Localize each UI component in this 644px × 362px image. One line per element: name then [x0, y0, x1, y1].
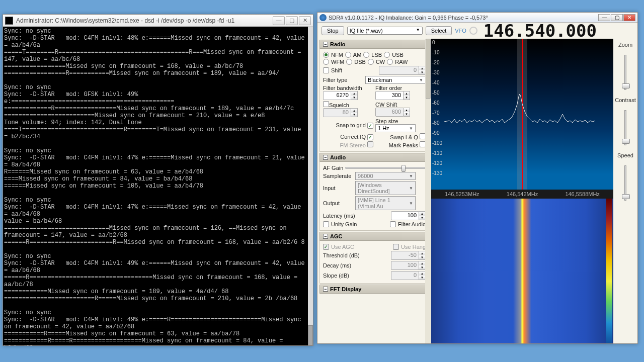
slope-input[interactable]: 0▲▼ — [391, 271, 426, 280]
waterfall-palette — [606, 199, 612, 343]
frequency-display[interactable]: 146.540.000 — [484, 21, 597, 41]
waterfall-display[interactable] — [431, 199, 613, 343]
latency-input[interactable]: 100▲▼ — [391, 211, 426, 220]
mode-row-2: WFM DSB CW RAW — [323, 59, 426, 65]
af-gain-slider[interactable] — [345, 167, 426, 169]
cmd-titlebar[interactable]: Administrator: C:\Windows\system32\cmd.e… — [3, 15, 313, 27]
cmd-icon — [5, 17, 13, 25]
control-panel: −Radio NFM AM LSB USB WFM DSB CW RAW — [317, 39, 431, 343]
use-hang-check — [393, 244, 399, 250]
input-select: [Windows DirectSound]▼ — [355, 181, 416, 195]
panel-scroll-thumb[interactable] — [426, 39, 431, 99]
sdr-icon — [319, 14, 327, 21]
cmd-window: Administrator: C:\Windows\system32\cmd.e… — [3, 14, 313, 346]
mode-lsb-radio[interactable] — [363, 52, 369, 58]
spectrum-display[interactable]: 0 -10 -20 -30 -40 -50 -60 -70 -80 -90 -1… — [431, 39, 613, 190]
audio-section: −Audio AF Gain Samplerate96000▼ Input[Wi… — [319, 153, 429, 231]
vfo-label: VFO — [455, 28, 466, 34]
squelch-input[interactable]: 80▲▼ — [323, 108, 358, 117]
mode-wfm-radio[interactable] — [323, 59, 329, 65]
agc-section: −AGC Use AGC Use Hang Threshold (dB)-50▲… — [319, 232, 429, 284]
collapse-icon[interactable]: − — [323, 42, 328, 47]
cwshift-input[interactable]: 600▲▼ — [375, 108, 410, 117]
console-output: Sync: no sync Sync: -D-STAR mod: C4FM in… — [3, 27, 308, 345]
visualization-area: 0 -10 -20 -30 -40 -50 -60 -70 -80 -90 -1… — [431, 39, 637, 343]
fft-section: −FFT Display — [319, 285, 429, 294]
mode-dsb-radio[interactable] — [346, 59, 352, 65]
shift-input[interactable]: 0▲▼ — [379, 66, 426, 75]
samplerate-select: 96000▼ — [355, 172, 416, 180]
squelch-check[interactable] — [323, 101, 329, 107]
speed-label: Speed — [617, 152, 633, 158]
zoom-label: Zoom — [618, 42, 632, 48]
filter-bw-input[interactable]: 6270▲▼ — [323, 91, 358, 100]
sdr-toolbar: Stop IQ file (*.wav)▼ Select VFO 146.540… — [317, 23, 637, 39]
cmd-title: Administrator: C:\Windows\system32\cmd.e… — [16, 17, 272, 24]
shift-check[interactable] — [323, 67, 329, 73]
fft-header[interactable]: −FFT Display — [319, 285, 429, 294]
correct-iq-check[interactable] — [367, 134, 373, 140]
minimize-button[interactable]: — — [273, 16, 285, 25]
contrast-label: Contrast — [615, 97, 636, 103]
radio-header[interactable]: −Radio — [319, 40, 429, 49]
mode-am-radio[interactable] — [345, 52, 351, 58]
mode-nfm-radio[interactable] — [323, 52, 329, 58]
sdr-title: SDR# v1.0.0.1172 - IQ Imbalance: Gain = … — [329, 15, 598, 21]
speed-slider[interactable] — [624, 165, 626, 201]
collapse-icon[interactable]: − — [323, 287, 328, 292]
cmd-scroll-thumb[interactable] — [308, 325, 313, 345]
collapse-icon[interactable]: − — [323, 155, 328, 160]
close-button[interactable]: ✕ — [623, 14, 635, 21]
contrast-slider[interactable] — [624, 110, 626, 145]
step-size-select[interactable]: 1 Hz▼ — [375, 124, 416, 132]
filter-type-select[interactable]: Blackman▼ — [365, 76, 426, 84]
mode-cw-radio[interactable] — [368, 59, 374, 65]
stop-button[interactable]: Stop — [321, 26, 344, 35]
spectrum-trace — [444, 92, 595, 132]
use-agc-check — [323, 244, 329, 250]
filter-audio-check[interactable] — [390, 221, 396, 227]
agc-header[interactable]: −AGC — [319, 232, 429, 241]
radio-section: −Radio NFM AM LSB USB WFM DSB CW RAW — [319, 40, 429, 152]
select-button[interactable]: Select — [426, 26, 452, 35]
mode-row-1: NFM AM LSB USB — [323, 52, 426, 58]
close-button[interactable]: ✕ — [299, 16, 311, 25]
right-controls: Zoom Contrast Speed — [613, 39, 637, 343]
source-select[interactable]: IQ file (*.wav)▼ — [347, 27, 423, 35]
collapse-icon[interactable]: − — [323, 234, 328, 239]
fm-stereo-check — [367, 141, 373, 147]
mode-usb-radio[interactable] — [384, 52, 390, 58]
maximize-button[interactable]: ▢ — [611, 14, 623, 21]
sdr-window: SDR# v1.0.0.1172 - IQ Imbalance: Gain = … — [317, 12, 638, 344]
output-select: [MME] Line 1 (Virtual Au▼ — [355, 196, 416, 210]
spectrum-xlabels: 146,5253MHz 146,542MHz 146,5588MHz — [431, 190, 613, 199]
spinner-icon — [469, 27, 477, 35]
audio-header[interactable]: −Audio — [319, 153, 429, 162]
unity-gain-check[interactable] — [323, 221, 329, 227]
zoom-slider[interactable] — [624, 55, 626, 90]
decay-input[interactable]: 100▲▼ — [391, 261, 426, 270]
panel-scrollbar[interactable] — [425, 39, 431, 343]
threshold-input[interactable]: -50▲▼ — [391, 251, 426, 260]
minimize-button[interactable]: — — [598, 14, 610, 21]
cmd-scrollbar[interactable] — [308, 27, 313, 345]
maximize-button[interactable]: ▢ — [286, 16, 298, 25]
filter-order-input[interactable]: 300▲▼ — [375, 91, 410, 100]
snap-check[interactable] — [367, 123, 373, 129]
mode-raw-radio[interactable] — [387, 59, 393, 65]
